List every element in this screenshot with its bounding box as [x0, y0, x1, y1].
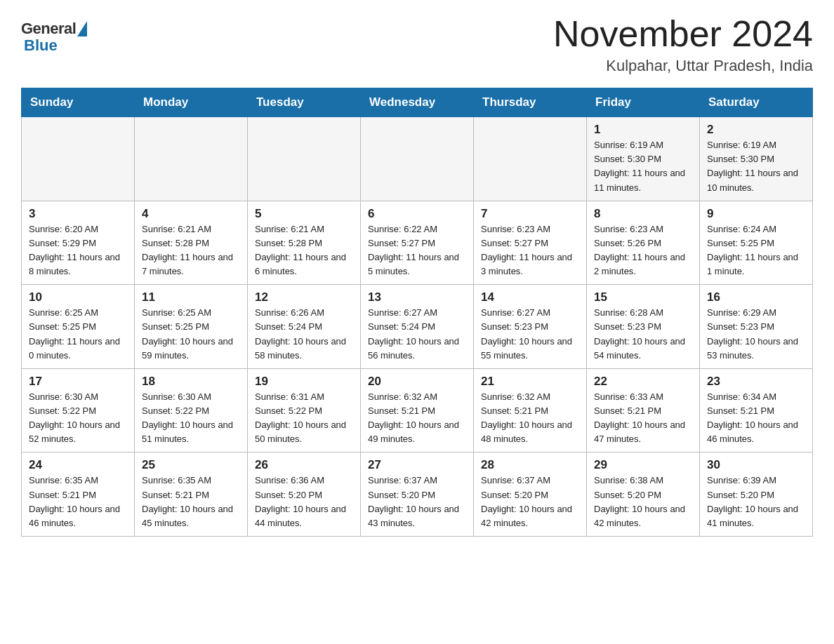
- day-info: Sunrise: 6:39 AMSunset: 5:20 PMDaylight:…: [707, 474, 805, 530]
- day-info: Sunrise: 6:20 AMSunset: 5:29 PMDaylight:…: [29, 222, 127, 279]
- day-info: Sunrise: 6:24 AMSunset: 5:25 PMDaylight:…: [707, 222, 805, 279]
- day-number: 18: [142, 375, 240, 389]
- day-number: 25: [142, 458, 240, 472]
- day-info: Sunrise: 6:21 AMSunset: 5:28 PMDaylight:…: [142, 222, 240, 279]
- calendar-cell: 1Sunrise: 6:19 AMSunset: 5:30 PMDaylight…: [587, 117, 700, 201]
- day-number: 29: [594, 458, 692, 472]
- day-number: 30: [707, 458, 805, 472]
- logo-blue-text: Blue: [21, 36, 58, 55]
- day-number: 2: [707, 123, 805, 137]
- day-number: 9: [707, 207, 805, 221]
- day-info: Sunrise: 6:25 AMSunset: 5:25 PMDaylight:…: [29, 306, 127, 363]
- day-number: 11: [142, 290, 240, 304]
- day-info: Sunrise: 6:34 AMSunset: 5:21 PMDaylight:…: [707, 390, 805, 447]
- calendar-cell: 3Sunrise: 6:20 AMSunset: 5:29 PMDaylight…: [22, 201, 135, 285]
- month-year-title: November 2024: [553, 14, 813, 54]
- calendar-cell: 29Sunrise: 6:38 AMSunset: 5:20 PMDayligh…: [587, 452, 700, 537]
- logo: General Blue: [21, 20, 87, 55]
- calendar-cell: [248, 117, 361, 201]
- day-number: 21: [481, 375, 579, 389]
- day-info: Sunrise: 6:38 AMSunset: 5:20 PMDaylight:…: [594, 474, 692, 530]
- calendar-cell: 17Sunrise: 6:30 AMSunset: 5:22 PMDayligh…: [22, 368, 135, 452]
- calendar-cell: 14Sunrise: 6:27 AMSunset: 5:23 PMDayligh…: [474, 285, 587, 369]
- calendar-cell: [474, 117, 587, 201]
- column-header-thursday: Thursday: [474, 88, 587, 117]
- calendar-cell: [135, 117, 248, 201]
- day-number: 28: [481, 458, 579, 472]
- day-info: Sunrise: 6:32 AMSunset: 5:21 PMDaylight:…: [481, 390, 579, 447]
- day-info: Sunrise: 6:19 AMSunset: 5:30 PMDaylight:…: [707, 138, 805, 195]
- title-block: November 2024 Kulpahar, Uttar Pradesh, I…: [553, 14, 813, 75]
- calendar-cell: 30Sunrise: 6:39 AMSunset: 5:20 PMDayligh…: [700, 452, 813, 537]
- calendar-cell: 9Sunrise: 6:24 AMSunset: 5:25 PMDaylight…: [700, 201, 813, 285]
- calendar-cell: 2Sunrise: 6:19 AMSunset: 5:30 PMDaylight…: [700, 117, 813, 201]
- day-info: Sunrise: 6:25 AMSunset: 5:25 PMDaylight:…: [142, 306, 240, 363]
- column-header-sunday: Sunday: [22, 88, 135, 117]
- day-info: Sunrise: 6:31 AMSunset: 5:22 PMDaylight:…: [255, 390, 353, 447]
- calendar-cell: 23Sunrise: 6:34 AMSunset: 5:21 PMDayligh…: [700, 368, 813, 452]
- calendar-cell: [22, 117, 135, 201]
- calendar-week-row: 17Sunrise: 6:30 AMSunset: 5:22 PMDayligh…: [22, 368, 813, 452]
- day-number: 23: [707, 375, 805, 389]
- day-number: 17: [29, 375, 127, 389]
- calendar-cell: 22Sunrise: 6:33 AMSunset: 5:21 PMDayligh…: [587, 368, 700, 452]
- page-header: General Blue November 2024 Kulpahar, Utt…: [21, 14, 813, 75]
- day-number: 12: [255, 290, 353, 304]
- day-number: 19: [255, 375, 353, 389]
- calendar-cell: 25Sunrise: 6:35 AMSunset: 5:21 PMDayligh…: [135, 452, 248, 537]
- column-header-tuesday: Tuesday: [248, 88, 361, 117]
- calendar-table: SundayMondayTuesdayWednesdayThursdayFrid…: [21, 88, 813, 537]
- day-info: Sunrise: 6:35 AMSunset: 5:21 PMDaylight:…: [29, 474, 127, 530]
- location-subtitle: Kulpahar, Uttar Pradesh, India: [553, 57, 813, 75]
- calendar-cell: 19Sunrise: 6:31 AMSunset: 5:22 PMDayligh…: [248, 368, 361, 452]
- calendar-cell: 28Sunrise: 6:37 AMSunset: 5:20 PMDayligh…: [474, 452, 587, 537]
- day-info: Sunrise: 6:26 AMSunset: 5:24 PMDaylight:…: [255, 306, 353, 363]
- day-info: Sunrise: 6:30 AMSunset: 5:22 PMDaylight:…: [142, 390, 240, 447]
- calendar-cell: 27Sunrise: 6:37 AMSunset: 5:20 PMDayligh…: [361, 452, 474, 537]
- calendar-week-row: 24Sunrise: 6:35 AMSunset: 5:21 PMDayligh…: [22, 452, 813, 537]
- calendar-cell: 12Sunrise: 6:26 AMSunset: 5:24 PMDayligh…: [248, 285, 361, 369]
- calendar-cell: [361, 117, 474, 201]
- day-number: 7: [481, 207, 579, 221]
- day-number: 4: [142, 207, 240, 221]
- column-header-wednesday: Wednesday: [361, 88, 474, 117]
- calendar-cell: 15Sunrise: 6:28 AMSunset: 5:23 PMDayligh…: [587, 285, 700, 369]
- column-header-monday: Monday: [135, 88, 248, 117]
- calendar-cell: 18Sunrise: 6:30 AMSunset: 5:22 PMDayligh…: [135, 368, 248, 452]
- column-header-friday: Friday: [587, 88, 700, 117]
- day-number: 27: [368, 458, 466, 472]
- day-number: 5: [255, 207, 353, 221]
- day-info: Sunrise: 6:28 AMSunset: 5:23 PMDaylight:…: [594, 306, 692, 363]
- calendar-header-row: SundayMondayTuesdayWednesdayThursdayFrid…: [22, 88, 813, 117]
- day-number: 6: [368, 207, 466, 221]
- day-info: Sunrise: 6:27 AMSunset: 5:24 PMDaylight:…: [368, 306, 466, 363]
- day-number: 24: [29, 458, 127, 472]
- calendar-week-row: 3Sunrise: 6:20 AMSunset: 5:29 PMDaylight…: [22, 201, 813, 285]
- day-info: Sunrise: 6:19 AMSunset: 5:30 PMDaylight:…: [594, 138, 692, 195]
- calendar-cell: 11Sunrise: 6:25 AMSunset: 5:25 PMDayligh…: [135, 285, 248, 369]
- logo-triangle-icon: [77, 21, 87, 36]
- calendar-cell: 13Sunrise: 6:27 AMSunset: 5:24 PMDayligh…: [361, 285, 474, 369]
- day-info: Sunrise: 6:22 AMSunset: 5:27 PMDaylight:…: [368, 222, 466, 279]
- day-info: Sunrise: 6:33 AMSunset: 5:21 PMDaylight:…: [594, 390, 692, 447]
- day-number: 13: [368, 290, 466, 304]
- day-info: Sunrise: 6:30 AMSunset: 5:22 PMDaylight:…: [29, 390, 127, 447]
- calendar-cell: 26Sunrise: 6:36 AMSunset: 5:20 PMDayligh…: [248, 452, 361, 537]
- calendar-cell: 6Sunrise: 6:22 AMSunset: 5:27 PMDaylight…: [361, 201, 474, 285]
- column-header-saturday: Saturday: [700, 88, 813, 117]
- day-number: 22: [594, 375, 692, 389]
- calendar-cell: 24Sunrise: 6:35 AMSunset: 5:21 PMDayligh…: [22, 452, 135, 537]
- day-info: Sunrise: 6:37 AMSunset: 5:20 PMDaylight:…: [368, 474, 466, 530]
- day-number: 10: [29, 290, 127, 304]
- day-number: 8: [594, 207, 692, 221]
- day-number: 26: [255, 458, 353, 472]
- day-number: 20: [368, 375, 466, 389]
- calendar-cell: 10Sunrise: 6:25 AMSunset: 5:25 PMDayligh…: [22, 285, 135, 369]
- day-info: Sunrise: 6:23 AMSunset: 5:26 PMDaylight:…: [594, 222, 692, 279]
- day-info: Sunrise: 6:23 AMSunset: 5:27 PMDaylight:…: [481, 222, 579, 279]
- calendar-cell: 20Sunrise: 6:32 AMSunset: 5:21 PMDayligh…: [361, 368, 474, 452]
- day-number: 15: [594, 290, 692, 304]
- calendar-week-row: 1Sunrise: 6:19 AMSunset: 5:30 PMDaylight…: [22, 117, 813, 201]
- day-info: Sunrise: 6:36 AMSunset: 5:20 PMDaylight:…: [255, 474, 353, 530]
- day-info: Sunrise: 6:27 AMSunset: 5:23 PMDaylight:…: [481, 306, 579, 363]
